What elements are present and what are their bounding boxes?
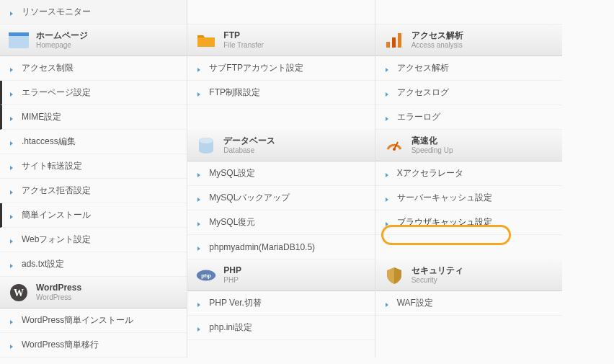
header-php: php PHP PHP	[187, 259, 374, 291]
wordpress-icon: W	[9, 283, 29, 303]
item-label: Xアクセラレータ	[397, 167, 463, 179]
header-subtitle: Access analysis	[411, 41, 463, 50]
bullet-icon	[197, 325, 203, 331]
item-label: phpmyadmin(MariaDB10.5)	[209, 242, 315, 252]
header-title: データベース	[223, 136, 275, 146]
item-label: リソースモニター	[22, 6, 91, 18]
database-icon	[196, 136, 216, 156]
header-security: セキュリティ Security	[375, 259, 562, 291]
item-label: 簡単インストール	[22, 209, 91, 221]
header-subtitle: Homepage	[36, 41, 88, 50]
item-label: アクセス制限	[22, 62, 74, 74]
bullet-icon	[10, 115, 16, 120]
item-browser-cache[interactable]: ブラウザキャッシュ設定	[375, 210, 562, 235]
item-label: MySQLバックアップ	[209, 192, 290, 204]
header-speedup: 高速化 Speeding Up	[375, 130, 562, 161]
column-3: アクセス解析 Access analysis アクセス解析 アクセスログ エラー…	[375, 0, 562, 358]
bullet-icon	[10, 342, 16, 348]
item-ftp-limit[interactable]: FTP制限設定	[187, 81, 374, 105]
item-label: アクセス拒否設定	[22, 185, 91, 197]
svg-rect-9	[392, 37, 396, 48]
item-label: エラーログ	[397, 111, 440, 123]
column-1: リソースモニター ホームページ Homepage アクセス制限 エラーページ設定…	[0, 0, 187, 358]
bullet-icon	[386, 90, 391, 96]
item-site-forward[interactable]: サイト転送設定	[0, 154, 187, 179]
item-label: WordPress簡単インストール	[22, 314, 133, 327]
item-label: PHP Ver.切替	[209, 297, 261, 309]
item-mysql-backup[interactable]: MySQLバックアップ	[187, 186, 374, 210]
item-label: .htaccess編集	[22, 136, 76, 148]
item-label: WordPress簡単移行	[22, 339, 99, 351]
item-php-ver[interactable]: PHP Ver.切替	[187, 291, 374, 316]
analysis-icon	[384, 30, 404, 50]
item-label: アクセス解析	[397, 62, 449, 74]
item-label: MySQL設定	[209, 167, 255, 179]
bullet-icon	[386, 301, 391, 306]
item-wp-install[interactable]: WordPress簡単インストール	[0, 308, 187, 333]
homepage-icon	[9, 30, 29, 50]
bullet-icon	[10, 237, 16, 243]
header-subtitle: Security	[411, 276, 463, 285]
item-access-deny[interactable]: アクセス拒否設定	[0, 179, 187, 203]
item-mysql-restore[interactable]: MySQL復元	[187, 210, 374, 235]
security-icon	[384, 265, 404, 285]
php-icon: php	[196, 265, 216, 285]
header-analysis: アクセス解析 Access analysis	[375, 25, 562, 56]
spacer	[375, 0, 562, 25]
header-ftp: FTP File Transfer	[187, 25, 374, 56]
bullet-icon	[386, 66, 391, 71]
item-label: php.ini設定	[209, 321, 252, 334]
ftp-icon	[196, 30, 216, 50]
bullet-icon	[386, 171, 391, 177]
panel-container: リソースモニター ホームページ Homepage アクセス制限 エラーページ設定…	[0, 0, 562, 358]
item-server-cache[interactable]: サーバーキャッシュ設定	[375, 186, 562, 210]
item-error-page[interactable]: エラーページ設定	[0, 81, 187, 105]
header-subtitle: File Transfer	[223, 41, 264, 50]
bullet-icon	[10, 90, 16, 96]
item-access-limit[interactable]: アクセス制限	[0, 56, 187, 81]
svg-point-5	[199, 138, 213, 143]
svg-rect-10	[398, 33, 401, 48]
item-label: サイト転送設定	[22, 160, 82, 172]
item-mysql-settings[interactable]: MySQL設定	[187, 161, 374, 186]
header-wordpress: W WordPress WordPress	[0, 277, 187, 308]
item-error-log[interactable]: エラーログ	[375, 105, 562, 130]
item-label: ads.txt設定	[22, 258, 64, 270]
item-access-log[interactable]: アクセスログ	[375, 81, 562, 105]
item-label: サーバーキャッシュ設定	[397, 192, 492, 204]
header-title: セキュリティ	[411, 265, 463, 275]
bullet-icon	[10, 318, 16, 324]
item-sub-ftp[interactable]: サブFTPアカウント設定	[187, 56, 374, 81]
bullet-icon	[197, 244, 203, 250]
bullet-icon	[10, 188, 16, 194]
item-php-ini[interactable]: php.ini設定	[187, 316, 374, 340]
item-phpmyadmin[interactable]: phpmyadmin(MariaDB10.5)	[187, 235, 374, 259]
header-subtitle: WordPress	[36, 293, 81, 302]
item-webfont[interactable]: Webフォント設定	[0, 228, 187, 252]
item-label: エラーページ設定	[22, 86, 91, 99]
column-2: FTP File Transfer サブFTPアカウント設定 FTP制限設定 デ…	[187, 0, 375, 358]
item-htaccess[interactable]: .htaccess編集	[0, 130, 187, 154]
header-subtitle: Speeding Up	[411, 146, 453, 155]
item-access-analysis[interactable]: アクセス解析	[375, 56, 562, 81]
bullet-icon	[10, 139, 16, 145]
header-title: PHP	[223, 265, 241, 275]
item-ads-txt[interactable]: ads.txt設定	[0, 252, 187, 277]
bullet-icon	[10, 262, 16, 267]
item-resource-monitor[interactable]: リソースモニター	[0, 0, 187, 25]
header-title: ホームページ	[36, 30, 88, 40]
item-label: ブラウザキャッシュ設定	[397, 216, 492, 228]
bullet-icon	[10, 66, 16, 71]
bullet-icon	[386, 195, 391, 201]
item-mime[interactable]: MIME設定	[0, 105, 187, 130]
bullet-icon	[10, 9, 16, 15]
item-wp-migrate[interactable]: WordPress簡単移行	[0, 333, 187, 358]
header-database: データベース Database	[187, 130, 374, 161]
item-easy-install[interactable]: 簡単インストール	[0, 203, 187, 228]
bullet-icon	[197, 301, 203, 306]
item-x-accelerator[interactable]: Xアクセラレータ	[375, 161, 562, 186]
bullet-icon	[10, 213, 16, 218]
header-title: 高速化	[411, 136, 453, 146]
item-waf[interactable]: WAF設定	[375, 291, 562, 316]
bullet-icon	[197, 66, 203, 71]
